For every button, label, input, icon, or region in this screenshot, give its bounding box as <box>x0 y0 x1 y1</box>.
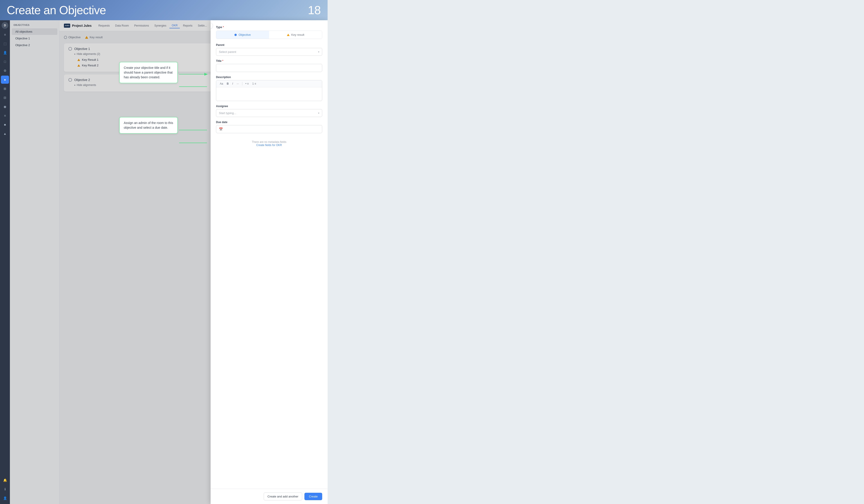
toolbar-divider <box>242 82 242 85</box>
assignee-select-arrow: ▾ <box>318 112 319 114</box>
description-field-group: Description Aa B I ··· • ≡ 1 ≡ <box>216 75 322 101</box>
toolbar-italic-btn[interactable]: I <box>231 82 234 86</box>
tooltip-1: Create your objective title and if it sh… <box>119 62 178 83</box>
assignee-placeholder: Start typing... <box>219 111 236 115</box>
sidebar-icon-grid2[interactable]: ⊟ <box>1 94 9 102</box>
nav-item-all-objectives[interactable]: All objectives <box>12 28 57 35</box>
create-button[interactable]: Create <box>304 493 322 500</box>
metadata-text: There are no metadata fields <box>216 141 322 144</box>
chevron-down-icon-1: ▾ <box>74 53 75 55</box>
filter-key-result[interactable]: Key result <box>85 36 103 39</box>
due-date-input[interactable]: 📅 <box>216 125 322 133</box>
nav-settings[interactable]: Settin... <box>195 23 209 28</box>
sidebar-icon-menu[interactable]: ≡ <box>1 31 9 39</box>
objectives-section-label: OBJECTIVES <box>10 24 59 28</box>
type-label: Type * <box>216 26 322 29</box>
parent-select-arrow: ▾ <box>318 51 319 53</box>
sidebar-icon-box[interactable]: □ <box>1 58 9 66</box>
key-result-label: Key result <box>89 36 103 39</box>
sidebar-icon-dot[interactable]: ◉ <box>1 103 9 111</box>
toolbar-text-btn[interactable]: Aa <box>218 82 225 86</box>
due-date-label: Due date <box>216 121 322 124</box>
nav-item-objective2[interactable]: Objective 2 <box>12 42 57 48</box>
key-result-triangle-icon-modal <box>287 34 290 36</box>
brand-logo: JUES <box>64 24 70 28</box>
nav-dataroom[interactable]: Data Room <box>113 23 131 28</box>
tooltip-2: Assign an admin of the room to this obje… <box>119 117 178 134</box>
key-result-triangle-icon <box>85 36 88 39</box>
objective-label: Objective <box>69 36 81 39</box>
editor-content[interactable] <box>216 87 322 101</box>
assignee-select[interactable]: Start typing... ▾ <box>216 109 322 117</box>
sidebar-icon-triangle[interactable]: ▲ <box>1 130 9 138</box>
title-label: Title * <box>216 59 322 62</box>
objective-1-title[interactable]: Objective 1 <box>74 47 90 51</box>
icon-sidebar: D ≡ ⬚ 👤 □ ⚙ ● ⊞ ⊟ ◉ ≡ ■ ▲ 🔔 ℹ 👤 <box>0 20 10 504</box>
nav-synergies[interactable]: Synergies <box>152 23 169 28</box>
sidebar-icon-settings[interactable]: ⚙ <box>1 67 9 75</box>
toolbar-numbered-btn[interactable]: 1 ≡ <box>251 82 257 86</box>
toolbar-bullet-btn[interactable]: • ≡ <box>244 82 250 86</box>
type-btn-key-result[interactable]: Key result <box>269 31 322 39</box>
nav-requests[interactable]: Requests <box>96 23 112 28</box>
filter-objective[interactable]: Objective <box>64 36 81 39</box>
sidebar-icon-bell[interactable]: 🔔 <box>1 476 9 484</box>
user-avatar[interactable]: D <box>2 22 8 29</box>
type-btn-objective[interactable]: Objective <box>216 31 269 39</box>
parent-placeholder: Select parent <box>219 50 236 53</box>
brand-name: Project Jules <box>72 24 92 27</box>
title-field-group: Title * <box>216 59 322 72</box>
nav-item-objective1[interactable]: Objective 1 <box>12 35 57 41</box>
sidebar-icon-okr[interactable]: ● <box>1 75 9 84</box>
metadata-info: There are no metadata fields Create fiel… <box>216 137 322 150</box>
create-and-add-another-button[interactable]: Create and add another <box>264 493 302 501</box>
kr-triangle-icon-1 <box>77 59 80 61</box>
sidebar-icon-square[interactable]: ■ <box>1 121 9 129</box>
nav-okr[interactable]: OKR <box>169 23 180 28</box>
sidebar-icon-info[interactable]: ℹ <box>1 485 9 493</box>
type-field-group: Type * Objective Key result <box>216 26 322 39</box>
parent-label: Parent <box>216 44 322 47</box>
objective-2-circle <box>69 78 72 82</box>
chevron-down-icon-2: ▾ <box>74 84 75 86</box>
create-fields-link[interactable]: Create fields for OKR <box>256 144 282 147</box>
page-number: 18 <box>308 3 321 17</box>
nav-sidebar: OBJECTIVES All objectives Objective 1 Ob… <box>10 20 59 504</box>
title-input[interactable] <box>216 64 322 72</box>
assignee-label: Assignee <box>216 105 322 108</box>
sidebar-icon-users[interactable]: 👤 <box>1 49 9 57</box>
objective-radio <box>64 36 67 39</box>
type-buttons: Objective Key result <box>216 31 322 39</box>
modal-body: Type * Objective Key result Parent <box>211 20 328 489</box>
toolbar-bold-btn[interactable]: B <box>226 82 230 86</box>
editor-toolbar: Aa B I ··· • ≡ 1 ≡ <box>216 80 322 87</box>
modal-footer: Create and add another Create <box>211 489 328 504</box>
toolbar-more-btn[interactable]: ··· <box>235 82 240 86</box>
kr-title-1[interactable]: Key Result 1 <box>82 58 98 61</box>
app-container: D ≡ ⬚ 👤 □ ⚙ ● ⊞ ⊟ ◉ ≡ ■ ▲ 🔔 ℹ 👤 OBJECTIV… <box>0 20 328 504</box>
alignments-label-1: Hide alignments (2) <box>77 52 100 56</box>
due-date-field-group: Due date 📅 <box>216 121 322 133</box>
kr-title-2[interactable]: Key Result 2 <box>82 64 98 67</box>
description-editor[interactable]: Aa B I ··· • ≡ 1 ≡ <box>216 80 322 101</box>
brand: JUES Project Jules <box>64 24 92 28</box>
assignee-field-group: Assignee Start typing... ▾ <box>216 105 322 117</box>
parent-select[interactable]: Select parent ▾ <box>216 48 322 56</box>
calendar-icon: 📅 <box>219 127 223 131</box>
description-label: Description <box>216 75 322 79</box>
parent-field-group: Parent Select parent ▾ <box>216 44 322 56</box>
modal-panel: ✕ Type * Objective Key result <box>211 20 328 504</box>
objective-dot-icon <box>235 34 237 36</box>
nav-permissions[interactable]: Permissions <box>132 23 151 28</box>
kr-triangle-icon-2 <box>77 64 80 67</box>
sidebar-icon-list[interactable]: ≡ <box>1 112 9 120</box>
nav-reports[interactable]: Reports <box>181 23 195 28</box>
page-title: Create an Objective <box>7 3 106 17</box>
header-banner: Create an Objective 18 <box>0 0 328 20</box>
objective-2-title[interactable]: Objective 2 <box>74 78 90 82</box>
alignments-label-2: Hide alignments <box>77 83 96 87</box>
sidebar-icon-layers[interactable]: ⬚ <box>1 40 9 48</box>
objective-1-circle <box>69 47 72 51</box>
sidebar-icon-profile[interactable]: 👤 <box>1 494 9 502</box>
sidebar-icon-grid1[interactable]: ⊞ <box>1 85 9 93</box>
